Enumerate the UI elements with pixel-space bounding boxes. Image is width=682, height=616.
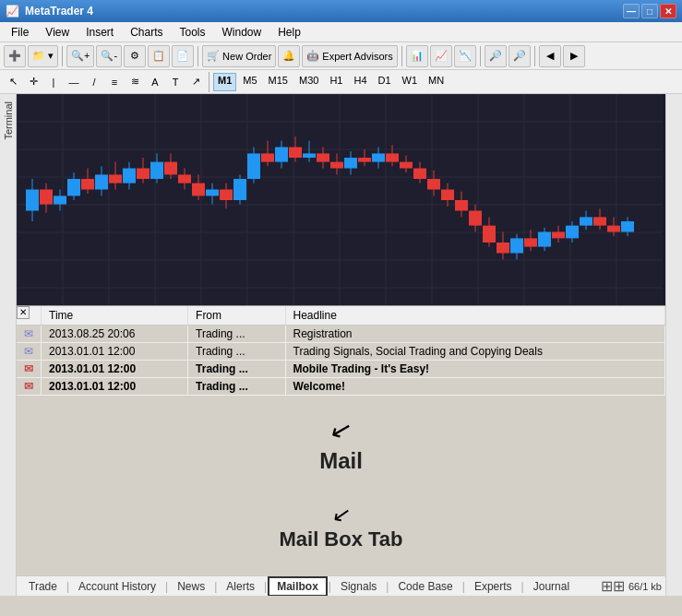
terminal-tab[interactable]: Terminal <box>1 94 16 148</box>
timeframe-d1[interactable]: D1 <box>374 73 396 91</box>
chart-area[interactable] <box>17 94 665 306</box>
timeframe-m1[interactable]: M1 <box>213 73 236 91</box>
title-bar-left: 📈 MetaTrader 4 <box>6 5 93 18</box>
menu-help[interactable]: Help <box>270 24 308 41</box>
mail-row[interactable]: ✉ 2013.08.25 20:06 Trading ... Registrat… <box>17 326 665 343</box>
mail-row[interactable]: ✉ 2013.01.01 12:00 Trading ... Mobile Tr… <box>17 361 665 378</box>
label-tool[interactable]: T <box>166 73 185 91</box>
cursor-tool[interactable]: ↖ <box>4 73 22 91</box>
tab-news[interactable]: News <box>169 577 213 596</box>
timeframe-mn[interactable]: MN <box>424 73 449 91</box>
text-tool[interactable]: A <box>146 73 164 91</box>
right-panel <box>665 94 682 596</box>
menu-insert[interactable]: Insert <box>78 24 121 41</box>
toolbar-sep-2 <box>197 46 198 66</box>
fib-tool[interactable]: ≋ <box>126 73 144 91</box>
mail-row-headline: Trading Signals, Social Trading and Copy… <box>285 343 664 361</box>
headline-column-header: Headline <box>285 306 664 326</box>
zoom-minus-button[interactable]: 🔎 <box>509 45 531 67</box>
app-icon: 📈 <box>6 5 19 18</box>
order-icon: 🛒 <box>207 50 220 62</box>
mail-row-time: 2013.01.01 12:00 <box>42 361 188 378</box>
crosshair-tool[interactable]: ✛ <box>24 73 42 91</box>
status-kb: 66/1 kb <box>628 581 662 592</box>
zoom-plus-button[interactable]: 🔎 <box>485 45 507 67</box>
timeframe-h1[interactable]: H1 <box>325 73 347 91</box>
mail-row[interactable]: ✉ 2013.01.01 12:00 Trading ... Welcome! <box>17 378 665 396</box>
tab-signals[interactable]: Signals <box>332 577 385 596</box>
mailbox-tab-annotation: ↙ Mail Box Tab <box>17 474 665 551</box>
timeframe-m30[interactable]: M30 <box>294 73 323 91</box>
mail-row-headline: Registration <box>285 326 664 343</box>
menu-charts[interactable]: Charts <box>123 24 170 41</box>
tab-trade[interactable]: Trade <box>20 577 66 596</box>
chart2-button[interactable]: 📉 <box>454 45 476 67</box>
new-chart-button[interactable]: ➕ <box>4 45 26 67</box>
hline-tool[interactable]: — <box>65 73 83 91</box>
mailbox-tab-annotation-label: Mail Box Tab <box>279 527 402 551</box>
maximize-button[interactable]: □ <box>641 4 658 18</box>
tab-alerts[interactable]: Alerts <box>218 577 263 596</box>
timeframe-w1[interactable]: W1 <box>398 73 423 91</box>
timeframe-m5[interactable]: M5 <box>238 73 261 91</box>
mail-table-area: Time From Headline ✉ 2013.08.25 20:06 Tr… <box>17 306 665 575</box>
tab-journal[interactable]: Journal <box>525 577 578 596</box>
toolbar2-sep <box>209 72 209 92</box>
tab-code-base[interactable]: Code Base <box>389 577 461 596</box>
bottom-tab-bar: Trade | Account History | News | Alerts … <box>17 575 665 596</box>
channel-tool[interactable]: ≡ <box>105 73 124 91</box>
mail-arrow-icon: ↙ <box>327 412 355 447</box>
terminal-close-button[interactable]: ✕ <box>17 306 30 319</box>
mail-row[interactable]: ✉ 2013.01.01 12:00 Trading ... Trading S… <box>17 343 665 361</box>
price-chart <box>17 94 663 306</box>
mail-row-from: Trading ... <box>188 361 285 378</box>
alert-button[interactable]: 🔔 <box>278 45 300 67</box>
timeframe-m15[interactable]: M15 <box>264 73 293 91</box>
mail-row-from: Trading ... <box>188 326 285 343</box>
mail-row-time: 2013.08.25 20:06 <box>42 326 188 343</box>
grid-icon: ⊞⊞ <box>601 577 625 595</box>
terminal-panel: ✕ Time From Headline ✉ 2013.08.25 20:06 <box>17 306 665 596</box>
left-sidebar: Terminal <box>0 94 17 596</box>
expert-advisors-button[interactable]: 🤖 Expert Advisors <box>302 45 397 67</box>
zoom-out-button[interactable]: 🔍- <box>96 45 122 67</box>
from-column-header: From <box>188 306 285 326</box>
zoom-in-button[interactable]: 🔍+ <box>66 45 94 67</box>
menu-window[interactable]: Window <box>215 24 269 41</box>
mail-row-icon: ✉ <box>17 378 42 396</box>
main-area: Terminal ✕ Time From Headline <box>0 94 682 596</box>
trendline-tool[interactable]: / <box>85 73 103 91</box>
open-button[interactable]: 📁▾ <box>28 45 58 67</box>
menu-tools[interactable]: Tools <box>173 24 213 41</box>
mail-annotation: ↙ Mail <box>17 396 665 474</box>
mail-row-icon: ✉ <box>17 326 42 343</box>
mail-row-from: Trading ... <box>188 343 285 361</box>
title-bar-controls: — □ ✕ <box>623 4 676 18</box>
toolbar-sep-1 <box>62 46 63 66</box>
objects-button[interactable]: 📋 <box>148 45 170 67</box>
title-bar: 📈 MetaTrader 4 — □ ✕ <box>0 0 682 22</box>
drawing-toolbar: ↖ ✛ | — / ≡ ≋ A T ↗ M1 M5 M15 M30 H1 H4 … <box>0 70 682 94</box>
menu-bar: File View Insert Charts Tools Window Hel… <box>0 22 682 42</box>
arrow-tool[interactable]: ↗ <box>186 73 205 91</box>
tab-experts[interactable]: Experts <box>466 577 520 596</box>
line-tool[interactable]: | <box>44 73 63 91</box>
minimize-button[interactable]: — <box>623 4 640 18</box>
close-button[interactable]: ✕ <box>660 4 676 18</box>
timeframe-h4[interactable]: H4 <box>349 73 371 91</box>
mail-row-headline: Mobile Trading - It's Easy! <box>285 361 664 378</box>
tab-account-history[interactable]: Account History <box>70 577 164 596</box>
indicators-button[interactable]: 📊 <box>406 45 428 67</box>
tab-mailbox[interactable]: Mailbox <box>268 576 328 597</box>
chart-button[interactable]: 📈 <box>430 45 452 67</box>
menu-view[interactable]: View <box>38 24 77 41</box>
period-left-button[interactable]: ◀ <box>539 45 561 67</box>
properties-button[interactable]: ⚙ <box>124 45 146 67</box>
period-right-button[interactable]: ▶ <box>563 45 585 67</box>
toolbar-sep-3 <box>401 46 402 66</box>
new-order-button[interactable]: 🛒 New Order <box>202 45 276 67</box>
ea-icon: 🤖 <box>306 50 319 62</box>
menu-file[interactable]: File <box>4 24 36 41</box>
time-column-header: Time <box>42 306 188 326</box>
template-button[interactable]: 📄 <box>172 45 194 67</box>
